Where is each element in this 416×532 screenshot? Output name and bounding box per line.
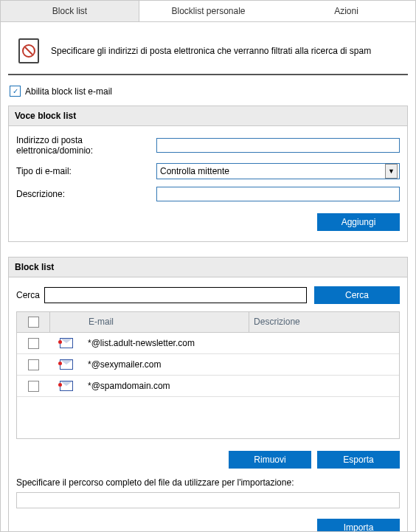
chevron-down-icon: ▼ [385, 164, 398, 179]
import-label: Specificare il percorso completo del fil… [16, 477, 400, 488]
desc-label: Descrizione: [16, 189, 156, 199]
row-desc [249, 339, 399, 348]
search-row: Cerca Cerca [16, 286, 400, 304]
table-row[interactable]: *@list.adult-newsletter.com [17, 333, 399, 354]
tab-blocklist[interactable]: Block list [1, 1, 139, 21]
table-body: *@list.adult-newsletter.com *@sexymailer… [17, 333, 399, 438]
import-button[interactable]: Importa [317, 519, 400, 532]
table-row[interactable]: *@spamdomain.com [17, 376, 399, 397]
blocked-sender-icon [60, 381, 73, 391]
tab-bar: Block list Blocklist personale Azioni [1, 1, 415, 22]
remove-button[interactable]: Rimuovi [229, 451, 311, 469]
list-heading: Block list [9, 258, 407, 277]
type-select-value: Controlla mittente [160, 166, 229, 176]
window: Block list Blocklist personale Azioni Sp… [0, 0, 416, 532]
blocked-sender-icon [60, 359, 73, 370]
table-header: E-mail Descrizione [17, 312, 399, 333]
col-desc[interactable]: Descrizione [249, 312, 399, 332]
row-desc [249, 381, 399, 390]
add-button[interactable]: Aggiungi [317, 213, 400, 231]
import-path-input[interactable] [16, 492, 400, 508]
row-desc [249, 360, 399, 369]
row-checkbox[interactable] [28, 359, 39, 370]
entry-panel: Voce block list Indirizzo di posta elett… [8, 106, 408, 242]
enable-checkbox[interactable] [10, 86, 21, 97]
row-email: *@sexymailer.com [83, 355, 249, 374]
row-email: *@spamdomain.com [83, 376, 249, 395]
type-select[interactable]: Controlla mittente ▼ [156, 163, 400, 179]
enable-row: Abilita block list e-mail [8, 75, 408, 106]
intro-row: Specificare gli indirizzi di posta elett… [8, 22, 408, 75]
table-filler [17, 397, 399, 438]
col-email[interactable]: E-mail [84, 312, 249, 332]
row-email: *@list.adult-newsletter.com [83, 334, 249, 353]
desc-input[interactable] [156, 187, 400, 201]
entry-heading: Voce block list [9, 106, 407, 126]
blocklist-icon [18, 38, 39, 63]
enable-label: Abilita block list e-mail [25, 86, 112, 97]
tab-personal[interactable]: Blocklist personale [139, 1, 277, 21]
search-button[interactable]: Cerca [314, 286, 400, 304]
blocklist-table: E-mail Descrizione *@list.adult-newslett… [16, 311, 400, 439]
row-checkbox[interactable] [28, 381, 39, 392]
type-label: Tipo di e-mail: [16, 166, 156, 176]
export-button[interactable]: Esporta [317, 451, 400, 469]
table-row[interactable]: *@sexymailer.com [17, 354, 399, 376]
address-label: Indirizzo di posta elettronica/dominio: [16, 135, 156, 156]
tab-actions[interactable]: Azioni [277, 1, 415, 21]
row-checkbox[interactable] [28, 338, 39, 349]
search-label: Cerca [16, 290, 44, 300]
intro-text: Specificare gli indirizzi di posta elett… [51, 46, 371, 56]
select-all-checkbox[interactable] [28, 317, 39, 328]
list-panel: Block list Cerca Cerca E-mail Descrizion… [8, 257, 408, 532]
content: Abilita block list e-mail Voce block lis… [1, 75, 415, 532]
search-input[interactable] [44, 287, 307, 303]
blocked-sender-icon [60, 338, 73, 348]
address-input[interactable] [156, 138, 400, 153]
